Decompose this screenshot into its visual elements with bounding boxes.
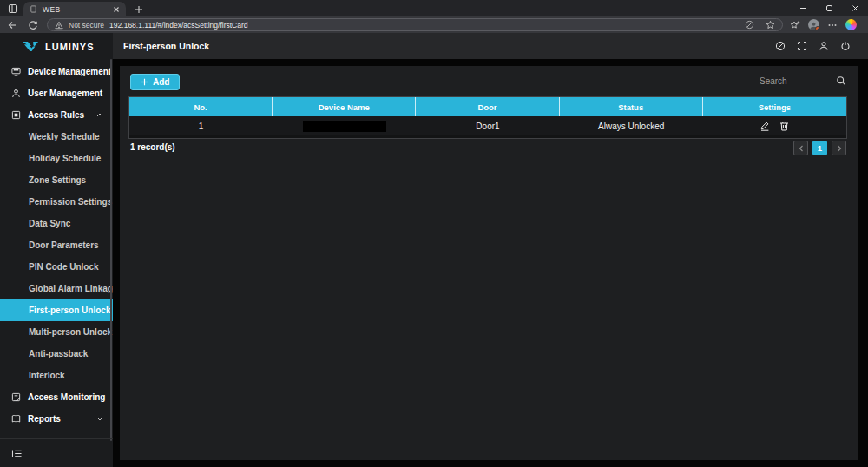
main-panel: Add No. Device Name Door Status Settings… <box>120 66 858 460</box>
redacted-device-name <box>303 121 386 132</box>
sidebar-item-anti-passback[interactable]: Anti-passback <box>0 343 113 365</box>
user-icon[interactable] <box>819 41 829 51</box>
user-management-icon <box>11 89 21 98</box>
sidebar-item-weekly-schedule[interactable]: Weekly Schedule <box>0 126 113 148</box>
page-title: First-person Unlock <box>123 41 209 51</box>
minimize-icon[interactable] <box>790 0 816 16</box>
access-monitoring-icon <box>11 392 21 402</box>
refresh-icon[interactable] <box>24 18 42 32</box>
security-label: Not secure <box>69 21 104 30</box>
cell-settings <box>703 116 846 135</box>
table-row: 1 Door1 Always Unlocked <box>129 116 846 135</box>
logo: LUMINYS <box>0 33 113 61</box>
header-icons <box>775 41 851 51</box>
sidebar-item-interlock[interactable]: Interlock <box>0 365 113 386</box>
sidebar-scrollbar[interactable] <box>110 59 112 441</box>
pagination: 1 <box>793 141 846 155</box>
tab-actions-icon[interactable] <box>5 3 21 14</box>
cell-device-name <box>273 116 416 135</box>
browser-toolbar: Not secure 192.168.1.111/#/index/acsSett… <box>0 16 868 33</box>
cell-status: Always Unlocked <box>560 116 703 135</box>
cell-door: Door1 <box>416 116 559 135</box>
current-page-button[interactable]: 1 <box>812 141 827 155</box>
data-table: No. Device Name Door Status Settings 1 D… <box>128 96 847 139</box>
sidebar-item-first-person-unlock[interactable]: First-person Unlock <box>0 299 113 321</box>
sidebar-item-access-rules[interactable]: Access Rules <box>0 104 113 126</box>
app-header: First-person Unlock <box>113 33 868 59</box>
device-management-icon <box>11 67 21 76</box>
maximize-icon[interactable] <box>816 0 842 16</box>
access-rules-icon <box>11 110 21 120</box>
new-tab-icon[interactable] <box>133 3 145 16</box>
sidebar: LUMINYS Device Management User Managemen… <box>0 33 113 467</box>
prev-page-button[interactable] <box>793 141 808 155</box>
luminys-logo-icon <box>22 41 39 53</box>
bookmark-star-icon[interactable] <box>766 20 775 30</box>
omnibox-separator <box>760 21 760 29</box>
toolbar-right <box>790 19 857 30</box>
close-icon[interactable] <box>842 0 868 16</box>
address-bar[interactable]: Not secure 192.168.1.111/#/index/acsSett… <box>47 18 783 31</box>
omnibox-status-icon[interactable] <box>745 20 754 30</box>
col-header-door[interactable]: Door <box>416 97 559 116</box>
sidebar-item-reports[interactable]: Reports <box>0 408 113 430</box>
sidebar-item-pin-code-unlock[interactable]: PIN Code Unlock <box>0 256 113 278</box>
sidebar-item-multi-person-unlock[interactable]: Multi-person Unlock <box>0 321 113 343</box>
power-icon[interactable] <box>840 41 851 51</box>
delete-icon[interactable] <box>779 121 789 131</box>
back-icon[interactable] <box>3 18 21 32</box>
col-header-settings[interactable]: Settings <box>703 97 846 116</box>
sidebar-item-user-management[interactable]: User Management <box>0 82 113 104</box>
collapse-sidebar-icon[interactable] <box>11 449 23 458</box>
favorites-icon[interactable] <box>790 20 800 30</box>
window-controls <box>790 0 868 16</box>
sidebar-item-door-parameters[interactable]: Door Parameters <box>0 234 113 256</box>
edit-icon[interactable] <box>760 121 770 131</box>
browser-tab[interactable]: WEB <box>23 2 126 16</box>
prev-page-icon <box>799 145 804 152</box>
add-button-label: Add <box>153 77 169 87</box>
profile-badge <box>815 26 819 30</box>
sidebar-item-zone-settings[interactable]: Zone Settings <box>0 169 113 191</box>
cell-no: 1 <box>129 116 273 135</box>
reports-icon <box>11 414 21 424</box>
page-favicon-icon <box>30 5 37 13</box>
url-text: 192.168.1.111/#/index/acsSetting/firstCa… <box>109 21 740 30</box>
more-menu-icon[interactable] <box>827 20 838 30</box>
sidebar-item-access-monitoring[interactable]: Access Monitoring <box>0 386 113 408</box>
theme-icon[interactable] <box>775 41 786 51</box>
fullscreen-icon[interactable] <box>797 41 807 51</box>
sidebar-footer <box>0 438 113 467</box>
records-count: 1 record(s) <box>130 142 175 152</box>
sidebar-item-data-sync[interactable]: Data Sync <box>0 213 113 234</box>
col-header-no[interactable]: No. <box>129 97 273 116</box>
search-input[interactable] <box>760 76 836 86</box>
profile-avatar[interactable] <box>808 19 819 30</box>
next-page-button[interactable] <box>832 141 846 155</box>
sidebar-item-device-management[interactable]: Device Management <box>0 61 113 82</box>
browser-tabstrip: WEB <box>0 0 868 16</box>
chevron-down-icon <box>96 417 103 421</box>
sidebar-item-holiday-schedule[interactable]: Holiday Schedule <box>0 148 113 169</box>
chevron-up-icon <box>96 113 103 117</box>
search-icon[interactable] <box>836 76 846 86</box>
tab-title: WEB <box>43 5 108 14</box>
col-header-status[interactable]: Status <box>560 97 703 116</box>
table-header-row: No. Device Name Door Status Settings <box>129 97 846 116</box>
copilot-icon[interactable] <box>845 19 857 30</box>
sidebar-item-global-alarm-linkage[interactable]: Global Alarm Linkage <box>0 278 113 299</box>
add-button[interactable]: Add <box>130 74 180 90</box>
tab-close-icon[interactable] <box>113 6 120 13</box>
sidebar-item-permission-settings[interactable]: Permission Settings <box>0 191 113 213</box>
logo-text: LUMINYS <box>45 42 95 52</box>
warning-icon <box>55 21 63 30</box>
next-page-icon <box>837 145 842 152</box>
col-header-device-name[interactable]: Device Name <box>273 97 416 116</box>
search-box <box>760 73 846 89</box>
plus-icon <box>141 78 148 86</box>
